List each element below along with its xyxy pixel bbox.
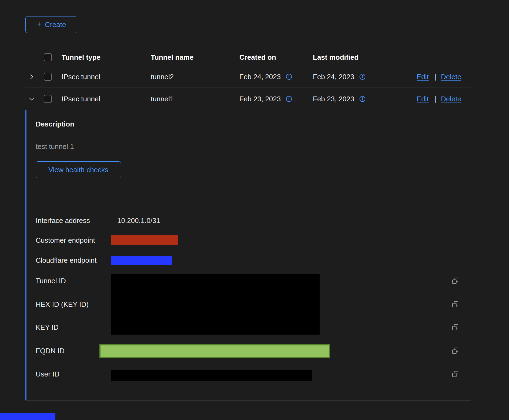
interface-address-value: 10.200.1.0/31 <box>117 216 160 225</box>
info-icon[interactable] <box>359 74 366 80</box>
user-id-redaction <box>111 370 312 381</box>
customer-endpoint-label: Customer endpoint <box>36 236 95 245</box>
column-header-last-modified: Last modified <box>313 53 359 61</box>
last-modified-value: Feb 23, 2023 <box>313 95 354 103</box>
create-button-label: Create <box>45 21 66 29</box>
plus-icon: + <box>37 20 42 28</box>
created-on-cell: Feb 24, 2023 <box>239 73 292 81</box>
tunnel-type-cell: IPsec tunnel <box>62 95 100 103</box>
panel-divider <box>36 196 461 196</box>
row-checkbox[interactable] <box>44 95 52 103</box>
view-health-checks-button[interactable]: View health checks <box>36 161 121 178</box>
action-separator: | <box>435 73 437 81</box>
delete-link[interactable]: Delete <box>441 95 461 103</box>
copy-icon[interactable] <box>451 370 459 378</box>
create-button[interactable]: + Create <box>25 16 77 33</box>
column-header-tunnel-type: Tunnel type <box>62 53 101 61</box>
description-value: test tunnel 1 <box>36 142 74 151</box>
created-on-value: Feb 24, 2023 <box>239 73 281 81</box>
tunnels-page: + Create Tunnel type Tunnel name Created… <box>0 0 509 420</box>
collapse-row-button[interactable] <box>28 95 35 103</box>
table-row: IPsec tunnel tunnel1 Feb 23, 2023 Feb 23… <box>25 88 471 110</box>
edit-link[interactable]: Edit <box>417 95 429 103</box>
tunnel-type-cell: IPsec tunnel <box>62 73 100 81</box>
tunnel-name-cell: tunnel2 <box>151 73 174 81</box>
created-on-cell: Feb 23, 2023 <box>239 95 292 103</box>
copy-icon[interactable] <box>451 347 459 355</box>
action-separator: | <box>435 95 437 103</box>
description-label: Description <box>36 120 74 128</box>
fqdn-id-label: FQDN ID <box>36 347 65 355</box>
column-header-created-on: Created on <box>239 53 276 61</box>
key-id-label: KEY ID <box>36 323 59 332</box>
user-id-label: User ID <box>36 370 59 378</box>
info-icon[interactable] <box>286 96 292 102</box>
table-row: IPsec tunnel tunnel2 Feb 24, 2023 Feb 24… <box>25 66 471 88</box>
table-header-row: Tunnel type Tunnel name Created on Last … <box>25 49 471 66</box>
expand-row-button[interactable] <box>28 73 35 81</box>
fqdn-id-redaction <box>99 344 330 358</box>
info-icon[interactable] <box>286 74 292 80</box>
cloudflare-endpoint-label: Cloudflare endpoint <box>36 256 97 265</box>
customer-endpoint-redaction <box>111 235 178 245</box>
copy-icon[interactable] <box>451 300 459 308</box>
last-modified-cell: Feb 24, 2023 <box>313 73 366 81</box>
edit-link[interactable]: Edit <box>417 73 429 81</box>
copy-icon[interactable] <box>451 277 459 285</box>
chevron-down-icon <box>28 95 35 102</box>
tunnel-id-label: Tunnel ID <box>36 277 66 285</box>
info-icon[interactable] <box>359 96 366 102</box>
last-modified-cell: Feb 23, 2023 <box>313 95 366 103</box>
interface-address-label: Interface address <box>36 216 90 225</box>
expanded-panel-bottom-border <box>25 400 471 401</box>
last-modified-value: Feb 24, 2023 <box>313 73 354 81</box>
created-on-value: Feb 23, 2023 <box>239 95 281 103</box>
expanded-panel-accent-bar <box>25 110 26 400</box>
tunnel-id-redaction <box>111 274 320 335</box>
copy-icon[interactable] <box>451 323 459 331</box>
chevron-right-icon <box>28 73 35 80</box>
row-checkbox[interactable] <box>44 73 52 81</box>
select-all-checkbox[interactable] <box>44 53 52 61</box>
cloudflare-endpoint-redaction <box>111 256 172 265</box>
tunnel-name-cell: tunnel1 <box>151 95 174 103</box>
hex-id-label: HEX ID (KEY ID) <box>36 300 89 309</box>
bottom-blue-strip <box>0 413 55 420</box>
delete-link[interactable]: Delete <box>441 73 461 81</box>
column-header-tunnel-name: Tunnel name <box>151 53 193 61</box>
